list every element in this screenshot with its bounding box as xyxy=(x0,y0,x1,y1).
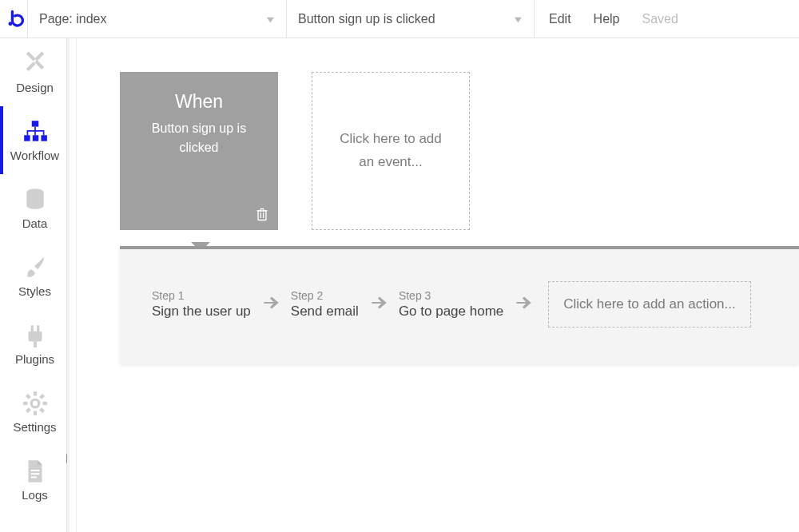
sidebar-item-label: Workflow xyxy=(10,149,59,162)
svg-rect-14 xyxy=(33,391,36,395)
svg-rect-16 xyxy=(23,402,27,405)
add-action-label: Click here to add an action... xyxy=(563,296,735,312)
step-title: Sign the user up xyxy=(152,304,251,320)
sidebar-item-label: Design xyxy=(16,81,54,94)
add-event-label: Click here to add an event... xyxy=(332,128,450,174)
arrow-right-icon xyxy=(368,292,389,316)
svg-rect-3 xyxy=(26,62,35,71)
svg-rect-6 xyxy=(24,135,30,141)
gear-icon xyxy=(22,390,49,417)
sidebar-item-plugins[interactable]: Plugins xyxy=(0,310,66,378)
top-bar: Page: index ▼ Button sign up is clicked … xyxy=(0,0,799,38)
bubble-logo xyxy=(0,0,27,38)
svg-rect-10 xyxy=(28,332,42,342)
page-selector-dropdown[interactable]: Page: index ▼ xyxy=(27,0,287,38)
svg-rect-15 xyxy=(33,411,36,415)
database-icon xyxy=(22,186,49,213)
sidebar-item-label: Styles xyxy=(18,284,51,298)
sidebar-item-design[interactable]: Design xyxy=(0,38,66,106)
workflow-event-card[interactable]: When Button sign up is clicked xyxy=(120,72,278,230)
svg-rect-2 xyxy=(34,60,44,69)
plugin-icon xyxy=(22,322,49,349)
add-action-button[interactable]: Click here to add an action... xyxy=(548,281,750,328)
svg-rect-12 xyxy=(37,325,39,332)
page-selector-value: Page: index xyxy=(39,12,107,26)
event-description: Button sign up is clicked xyxy=(131,119,267,157)
step-title: Go to page home xyxy=(399,304,503,320)
arrow-right-icon xyxy=(513,292,534,316)
sidebar-item-label: Plugins xyxy=(15,352,54,366)
svg-rect-17 xyxy=(42,402,46,405)
workflow-icon xyxy=(22,118,49,145)
add-event-card[interactable]: Click here to add an event... xyxy=(312,72,470,230)
workflow-step[interactable]: Step 1 Sign the user up xyxy=(152,289,251,320)
sidebar-item-label: Data xyxy=(22,216,48,230)
svg-rect-20 xyxy=(25,394,30,399)
arrow-right-icon xyxy=(260,292,281,316)
workflow-step[interactable]: Step 2 Send email xyxy=(291,289,359,320)
edit-link[interactable]: Edit xyxy=(549,12,571,26)
sidebar-item-settings[interactable]: Settings xyxy=(0,378,66,446)
svg-rect-1 xyxy=(26,51,35,61)
help-link[interactable]: Help xyxy=(594,12,620,26)
logs-icon xyxy=(22,458,49,485)
svg-rect-4 xyxy=(34,51,44,61)
svg-rect-11 xyxy=(30,325,33,332)
sidebar: Design Workflow Data Styles Plugins xyxy=(0,38,67,532)
step-number: Step 2 xyxy=(291,289,359,302)
svg-rect-22 xyxy=(258,211,266,220)
workflow-steps-panel: Step 1 Sign the user up Step 2 Send emai… xyxy=(120,246,799,364)
step-number: Step 1 xyxy=(152,289,251,302)
sidebar-item-logs[interactable]: Logs xyxy=(0,446,66,514)
svg-rect-21 xyxy=(39,407,45,413)
workflow-selector-value: Button sign up is clicked xyxy=(298,12,435,26)
svg-rect-5 xyxy=(31,121,38,126)
brush-icon xyxy=(22,254,49,281)
chevron-down-icon: ▼ xyxy=(512,14,524,24)
app-shell: Design Workflow Data Styles Plugins xyxy=(0,38,799,532)
svg-rect-18 xyxy=(39,394,45,399)
svg-rect-8 xyxy=(41,135,46,141)
step-number: Step 3 xyxy=(399,289,503,302)
sidebar-item-data[interactable]: Data xyxy=(0,174,66,242)
sidebar-item-label: Settings xyxy=(13,420,56,434)
workflow-step[interactable]: Step 3 Go to page home xyxy=(399,289,503,320)
step-title: Send email xyxy=(291,304,359,320)
top-links: Edit Help Saved xyxy=(535,0,678,38)
svg-rect-13 xyxy=(33,341,36,347)
canvas-margin-ruler xyxy=(69,38,77,532)
event-cards-row: When Button sign up is clicked Click her… xyxy=(120,72,470,230)
svg-rect-7 xyxy=(32,135,38,141)
chevron-down-icon: ▼ xyxy=(264,14,276,24)
workflow-selector-dropdown[interactable]: Button sign up is clicked ▼ xyxy=(287,0,535,38)
trash-icon[interactable] xyxy=(254,206,270,224)
sidebar-item-workflow[interactable]: Workflow xyxy=(0,106,66,174)
svg-rect-19 xyxy=(25,407,30,413)
saved-indicator: Saved xyxy=(642,12,678,26)
design-icon xyxy=(22,50,49,77)
event-heading: When xyxy=(131,91,267,113)
workflow-canvas: When Button sign up is clicked Click her… xyxy=(67,38,799,532)
sidebar-item-label: Logs xyxy=(22,488,48,502)
sidebar-item-styles[interactable]: Styles xyxy=(0,242,66,310)
